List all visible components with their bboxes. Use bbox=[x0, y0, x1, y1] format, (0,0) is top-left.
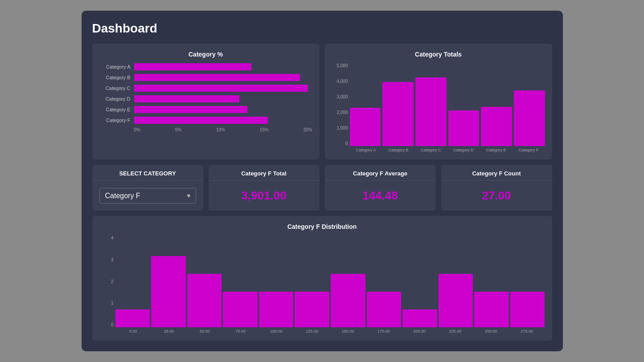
horiz-bar-row: Category E bbox=[99, 106, 312, 113]
kpi-total-value: 3,901.00 bbox=[209, 181, 320, 211]
horiz-bar-fill bbox=[134, 95, 239, 102]
dist-x-label: 75.00 bbox=[222, 329, 258, 334]
horiz-bar-label: Category D bbox=[99, 96, 131, 102]
dist-y-label: 0 bbox=[99, 322, 115, 327]
dist-bar-col bbox=[295, 292, 329, 327]
dist-y-label: 3 bbox=[99, 257, 115, 262]
vert-bar-col bbox=[448, 110, 480, 146]
distribution-panel: Category F Distribution 43210 0.0025.005… bbox=[92, 216, 552, 341]
kpi-count-value: 27.00 bbox=[441, 181, 552, 211]
vert-bar-col bbox=[415, 77, 447, 146]
select-panel: SELECT CATEGORY Category ACategory BCate… bbox=[92, 165, 203, 211]
vert-bar-col bbox=[382, 82, 414, 146]
horiz-bar-fill bbox=[134, 106, 248, 113]
select-body: Category ACategory BCategory CCategory D… bbox=[92, 181, 203, 211]
vert-x-label: Category D bbox=[447, 148, 480, 152]
dist-bar-fill bbox=[439, 274, 473, 327]
dist-bar-col bbox=[474, 292, 509, 327]
horiz-bar-track bbox=[134, 63, 312, 70]
horiz-bar-fill bbox=[134, 117, 268, 124]
vert-y-label: 1,000 bbox=[332, 126, 350, 130]
horiz-bar-row: Category B bbox=[99, 74, 312, 81]
dist-x-label: 150.00 bbox=[330, 329, 365, 334]
horiz-bar-track bbox=[134, 74, 312, 81]
dashboard-title: Dashboard bbox=[92, 21, 552, 36]
vert-y-label: 3,000 bbox=[332, 94, 350, 99]
category-totals-panel: Category Totals 5,0004,0003,0002,0001,00… bbox=[325, 44, 552, 159]
dist-bar-fill bbox=[223, 292, 258, 327]
kpi-total-panel: Category F Total 3,901.00 bbox=[209, 165, 320, 211]
horiz-bar-fill bbox=[134, 63, 252, 70]
select-header: SELECT CATEGORY bbox=[92, 165, 203, 181]
dist-bar-fill bbox=[331, 274, 365, 327]
dist-y-label: 2 bbox=[99, 279, 115, 284]
category-totals-title: Category Totals bbox=[332, 51, 545, 58]
horiz-bar-track bbox=[134, 85, 312, 92]
dist-x-label: 125.00 bbox=[294, 329, 330, 334]
horiz-bar-label: Category C bbox=[99, 85, 131, 91]
dist-x-label: 100.00 bbox=[258, 329, 294, 334]
vert-bar-fill bbox=[350, 108, 381, 146]
horiz-bar-row: Category A bbox=[99, 63, 312, 70]
dist-bar-col bbox=[187, 274, 222, 327]
horiz-x-label: 0% bbox=[134, 127, 140, 132]
vert-bar-col bbox=[481, 107, 512, 146]
dist-bar-col bbox=[367, 292, 402, 327]
dist-bar-col bbox=[402, 309, 437, 327]
vert-y-label: 5,000 bbox=[332, 63, 350, 68]
vert-y-label: 4,000 bbox=[332, 79, 350, 84]
horiz-bar-label: Category A bbox=[99, 64, 131, 69]
dist-x-label: 175.00 bbox=[366, 329, 402, 334]
dist-bar-fill bbox=[151, 256, 186, 327]
vert-bar-col bbox=[514, 90, 545, 146]
vert-y-label: 2,000 bbox=[332, 110, 350, 115]
dist-bar-fill bbox=[367, 292, 402, 327]
dist-bar-col bbox=[439, 274, 473, 327]
horiz-bar-label: Category B bbox=[99, 75, 131, 80]
dist-x-label: 50.00 bbox=[187, 329, 222, 334]
vert-bar-fill bbox=[415, 77, 447, 146]
horiz-bar-track bbox=[134, 117, 312, 124]
vert-x-label: Category F bbox=[513, 148, 545, 152]
horiz-bar-track bbox=[134, 106, 312, 113]
dist-x-label: 0.00 bbox=[115, 329, 151, 334]
horiz-bar-track bbox=[134, 95, 312, 102]
vert-x-label: Category B bbox=[382, 148, 415, 152]
distribution-chart: 43210 0.0025.0050.0075.00100.00125.00150… bbox=[99, 236, 545, 334]
horiz-x-label: 15% bbox=[260, 127, 269, 132]
dist-y-label: 4 bbox=[99, 236, 115, 240]
dist-x-label: 225.00 bbox=[437, 329, 473, 334]
horiz-bar-fill bbox=[134, 85, 308, 92]
category-select[interactable]: Category ACategory BCategory CCategory D… bbox=[99, 188, 196, 203]
dist-bar-col bbox=[151, 256, 186, 327]
dist-bar-fill bbox=[187, 274, 222, 327]
dashboard: Dashboard Category % Category ACategory … bbox=[82, 11, 563, 351]
dist-x-label: 250.00 bbox=[473, 329, 509, 334]
horiz-x-label: 5% bbox=[175, 127, 181, 132]
category-pct-chart: Category ACategory BCategory CCategory D… bbox=[99, 63, 312, 124]
vert-x-label: Category C bbox=[415, 148, 447, 152]
dist-x-label: 25.00 bbox=[151, 329, 187, 334]
vert-bar-col bbox=[350, 108, 381, 146]
dist-bar-fill bbox=[402, 309, 437, 327]
kpi-average-value: 144.48 bbox=[325, 181, 436, 211]
dist-x-label: 200.00 bbox=[402, 329, 437, 334]
dist-bar-fill bbox=[115, 309, 150, 327]
horiz-bar-row: Category D bbox=[99, 95, 312, 102]
horiz-bar-label: Category E bbox=[99, 107, 131, 112]
kpi-total-header: Category F Total bbox=[209, 165, 320, 181]
dist-bar-col bbox=[510, 292, 545, 327]
dist-bar-col bbox=[115, 309, 150, 327]
vert-y-label: 0 bbox=[332, 141, 350, 146]
kpi-count-panel: Category F Count 27.00 bbox=[441, 165, 552, 211]
vert-bar-fill bbox=[481, 107, 512, 146]
horiz-bar-label: Category F bbox=[99, 118, 131, 123]
vert-bar-fill bbox=[514, 90, 545, 146]
distribution-title: Category F Distribution bbox=[99, 223, 545, 230]
top-row: Category % Category ACategory BCategory … bbox=[92, 44, 552, 159]
category-totals-chart: 5,0004,0003,0002,0001,0000 Category ACat… bbox=[332, 63, 545, 152]
dist-bar-fill bbox=[474, 292, 509, 327]
kpi-count-header: Category F Count bbox=[441, 165, 552, 181]
horiz-bar-row: Category F bbox=[99, 117, 312, 124]
horiz-bar-row: Category C bbox=[99, 85, 312, 92]
